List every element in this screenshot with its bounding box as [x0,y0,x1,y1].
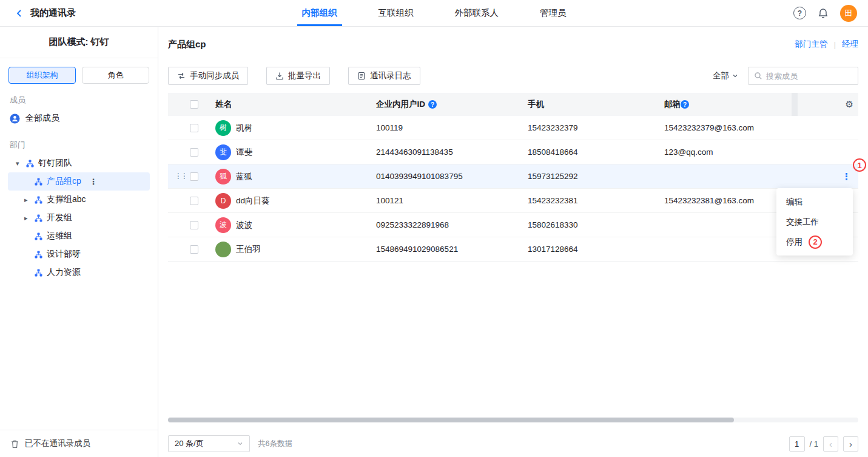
sidebar-item-all-members[interactable]: 全部成员 [0,108,158,129]
tab-admins[interactable]: 管理员 [535,0,571,26]
search-input[interactable] [766,72,852,81]
team-mode-label: 团队模式: 钉钉 [0,27,158,58]
topbar: 我的通讯录 内部组织 互联组织 外部联系人 管理员 ? 田 [0,0,868,27]
member-phone: 18508418664 [528,147,664,157]
member-name: 王伯羽 [236,244,261,255]
caret-down-icon[interactable]: ▾ [16,160,26,168]
back-nav[interactable]: 我的通讯录 [0,7,76,19]
tab-internal-org[interactable]: 内部组织 [297,0,342,26]
tree-item-design-dept[interactable]: 设计部呀 [8,245,150,263]
toggle-label: 组织架构 [27,70,58,81]
chevron-down-icon [237,441,243,447]
caret-right-icon[interactable]: ▸ [24,196,35,204]
next-page-button[interactable]: › [843,436,858,452]
contacts-log-button[interactable]: 通讯录日志 [348,67,420,85]
member-user-id: 154869491029086521 [376,245,528,254]
row-checkbox[interactable] [190,172,198,181]
tab-connected-org[interactable]: 互联组织 [374,0,419,26]
member-user-id: 21443463091138435 [376,147,528,157]
tree-item-dev-group[interactable]: ▸ 开发组 [8,209,150,227]
member-name: 谭斐 [236,147,252,158]
toggle-org-structure[interactable]: 组织架构 [8,67,76,84]
tree-item-ops-group[interactable]: 运维组 [8,227,150,245]
member-name: 蓝狐 [236,171,252,182]
menu-item-label: 交接工作 [786,217,819,228]
table-row[interactable]: ⋮⋮ 王伯羽 154869491029086521 13017128664 ⋮ [168,237,858,262]
menu-item-disable[interactable]: 停用 2 [776,232,853,252]
dept-manager-link[interactable]: 部门主管 [795,39,827,50]
column-header-user-id: 企业内用户ID [376,99,425,110]
horizontal-scrollbar-thumb[interactable] [168,418,734,422]
row-more-icon[interactable]: ⋮ [839,171,853,182]
department-tree: ▾ 钉钉团队 产品组cp ⋮ ▸ 支撑组abc ▸ 开发组 [0,153,158,282]
tree-item-more-icon[interactable]: ⋮ [90,177,98,186]
tab-label: 管理员 [540,7,567,19]
menu-item-label: 编辑 [786,197,802,208]
page-number-input[interactable] [789,436,805,452]
drag-handle-icon[interactable]: ⋮⋮ [175,172,187,180]
tree-item-support-group[interactable]: ▸ 支撑组abc [8,191,150,209]
table-row[interactable]: ⋮⋮ 波 波波 0925233322891968 15802618330 ⋮ [168,213,858,237]
page-size-select[interactable]: 20 条/页 [168,435,250,452]
back-label: 我的通讯录 [30,7,76,19]
button-label: 批量导出 [288,70,321,81]
column-settings-gear-icon[interactable]: ⚙ [846,99,853,110]
member-avatar [215,242,231,257]
topbar-actions: ? 田 [793,5,868,22]
row-checkbox[interactable] [190,221,198,229]
department-icon [35,178,42,186]
all-members-icon [10,113,20,124]
select-all-checkbox[interactable] [190,100,198,109]
table-row[interactable]: ⋮⋮ D dd向日葵 100121 15423232381 1542323238… [168,189,858,213]
member-avatar: D [215,193,231,209]
tree-item-label: 钉钉团队 [38,158,72,169]
caret-right-icon[interactable]: ▸ [24,214,35,222]
toggle-roles[interactable]: 角色 [82,67,149,84]
tab-external-contacts[interactable]: 外部联系人 [450,0,504,26]
departments-section-label: 部门 [0,129,158,153]
sidebar-footer-label: 已不在通讯录成员 [25,438,90,449]
help-icon[interactable]: ? [793,7,806,19]
table-row[interactable]: ⋮⋮ 斐 谭斐 21443463091138435 18508418664 12… [168,140,858,164]
member-phone: 15423232381 [528,196,664,205]
menu-item-edit[interactable]: 编辑 [776,192,853,212]
column-header-name: 姓名 [215,99,232,110]
row-checkbox[interactable] [190,197,198,205]
member-phone: 15802618330 [528,220,664,229]
prev-page-button[interactable]: ‹ [823,436,838,452]
document-icon [357,72,366,80]
trash-icon [10,439,19,449]
search-icon [754,72,762,80]
table-row[interactable]: ⋮⋮ 狐 蓝狐 0140393949101083795 15973125292 … [168,164,858,189]
chevron-down-icon [732,73,738,79]
manager-link[interactable]: 经理 [842,39,858,50]
bell-icon[interactable] [817,7,829,19]
filter-dropdown[interactable]: 全部 [713,70,738,81]
menu-item-label: 停用 [786,237,802,248]
tree-item-label: 产品组cp [47,176,81,187]
member-email: 123@qq.com [664,147,798,157]
filter-label: 全部 [713,70,729,81]
tree-item-product-group[interactable]: 产品组cp ⋮ [8,172,150,191]
scrollbar-gutter [792,93,798,116]
row-checkbox[interactable] [190,245,198,254]
sync-members-button[interactable]: 手动同步成员 [168,67,248,85]
column-header-phone: 手机 [528,99,544,110]
horizontal-scrollbar [168,418,858,422]
tree-item-label: 开发组 [47,212,72,223]
member-avatar: 斐 [215,144,231,160]
menu-item-handover[interactable]: 交接工作 [776,212,853,232]
table-row[interactable]: ⋮⋮ 树 凯树 100119 15423232379 15423232379@1… [168,116,858,140]
row-checkbox[interactable] [190,148,198,157]
batch-export-button[interactable]: 批量导出 [266,67,330,85]
row-checkbox[interactable] [190,124,198,132]
annotation-circle-1: 1 [853,158,866,172]
tree-item-dingtalk-team[interactable]: ▾ 钉钉团队 [8,154,150,172]
page-title: 产品组cp [168,39,206,50]
email-help-icon[interactable]: ? [681,100,689,109]
tree-item-hr[interactable]: 人力资源 [8,263,150,282]
user-avatar[interactable]: 田 [840,5,857,22]
row-context-menu: 编辑 交接工作 停用 2 [776,188,853,256]
user-id-help-icon[interactable]: ? [428,100,437,109]
sidebar-item-removed-members[interactable]: 已不在通讯录成员 [0,430,158,457]
